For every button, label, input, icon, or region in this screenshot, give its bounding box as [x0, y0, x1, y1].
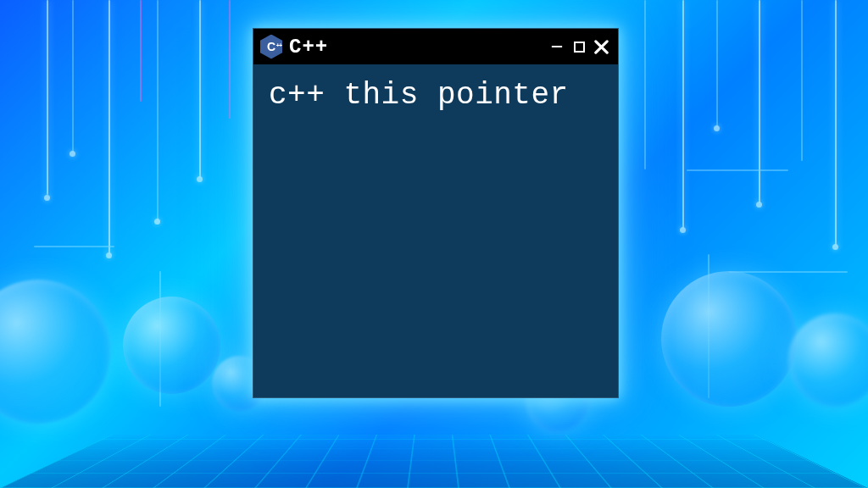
maximize-icon: [574, 42, 585, 53]
minimize-icon: —: [552, 38, 562, 55]
maximize-button[interactable]: [570, 38, 587, 55]
terminal-window: C ++ C++ — c++ this pointer: [253, 28, 619, 398]
close-button[interactable]: [593, 38, 609, 55]
close-icon: [594, 40, 609, 54]
terminal-body: c++ this pointer: [253, 64, 618, 126]
minimize-button[interactable]: —: [548, 38, 565, 55]
window-title: C++: [289, 36, 542, 58]
cpp-logo-icon: C ++: [260, 35, 282, 59]
window-controls: —: [548, 38, 609, 55]
terminal-text: c++ this pointer: [269, 78, 569, 113]
window-titlebar: C ++ C++ —: [253, 29, 618, 64]
